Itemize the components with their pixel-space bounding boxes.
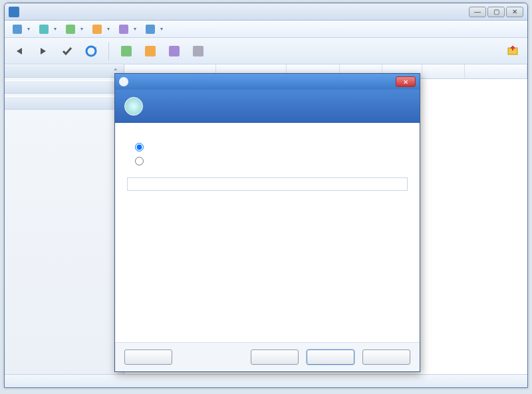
- disk-icon: [193, 46, 203, 56]
- minimize-button[interactable]: —: [469, 7, 486, 17]
- resize-icon: [121, 46, 132, 56]
- chevron-down-icon: ▾: [134, 26, 136, 32]
- recovery-wizard-dialog: ✕: [114, 73, 420, 372]
- menu-partitions[interactable]: ▾: [62, 23, 87, 35]
- edit-icon: [169, 46, 180, 56]
- chevron-down-icon: ▾: [27, 26, 30, 32]
- operations-header: ⌃: [5, 64, 124, 78]
- dialog-banner: [115, 90, 420, 123]
- undo-button[interactable]: [10, 42, 29, 60]
- radio-automatic-input[interactable]: [135, 143, 144, 151]
- menu-view[interactable]: ▾: [35, 23, 61, 35]
- tool-copy[interactable]: [141, 42, 160, 60]
- recovery-icon: [124, 97, 143, 116]
- partitions-icon: [66, 25, 75, 34]
- menu-wizard[interactable]: ▾: [115, 23, 140, 35]
- chevron-down-icon: ▾: [160, 26, 163, 32]
- bootable-button[interactable]: [503, 42, 522, 60]
- next-button[interactable]: [307, 349, 354, 365]
- sidebar: ⌃ ⌃ ⌃: [5, 64, 124, 374]
- chevron-down-icon: ▾: [80, 26, 83, 32]
- titlebar: — ▢ ✕: [5, 3, 527, 21]
- menu-help[interactable]: ▾: [142, 23, 167, 35]
- statusbar: [5, 374, 527, 387]
- tool-edit[interactable]: [165, 42, 184, 60]
- help-icon: [146, 25, 155, 34]
- view-icon: [39, 25, 49, 34]
- maximize-button[interactable]: ▢: [487, 7, 505, 17]
- tool-icon: [92, 25, 102, 34]
- quit-button[interactable]: [362, 349, 410, 365]
- tool-resize[interactable]: [117, 42, 136, 60]
- radio-manual-input[interactable]: [135, 157, 144, 165]
- radio-automatic[interactable]: [135, 143, 408, 151]
- dialog-titlebar: ✕: [115, 74, 420, 90]
- menubar: ▾ ▾ ▾ ▾ ▾ ▾: [5, 21, 527, 38]
- wizard-icon: [119, 25, 128, 34]
- radio-manual[interactable]: [135, 157, 408, 165]
- toolbar: [5, 38, 527, 64]
- menu-general[interactable]: ▾: [9, 23, 34, 35]
- menu-tool[interactable]: ▾: [88, 23, 114, 35]
- copy-icon: [145, 46, 156, 56]
- dialog-body: [115, 123, 420, 342]
- dialog-close-button[interactable]: ✕: [396, 76, 416, 87]
- tool-disk[interactable]: [189, 42, 207, 60]
- apply-button[interactable]: [58, 42, 76, 60]
- close-button[interactable]: ✕: [506, 7, 523, 17]
- pending-header: ⌃: [5, 96, 124, 110]
- col-status[interactable]: [422, 64, 465, 78]
- col-type[interactable]: [465, 64, 527, 78]
- back-button[interactable]: [251, 349, 299, 365]
- help-button[interactable]: [124, 349, 172, 365]
- general-icon: [13, 25, 22, 34]
- wizard-icon: [119, 77, 128, 86]
- refresh-button[interactable]: [82, 42, 100, 60]
- dialog-buttons: [115, 342, 420, 371]
- chevron-down-icon: ▾: [54, 26, 57, 32]
- chevron-down-icon: ▾: [107, 26, 110, 32]
- redo-button[interactable]: [34, 42, 53, 60]
- separator: [108, 42, 109, 60]
- app-icon: [9, 7, 19, 17]
- tools-header: ⌃: [5, 80, 124, 94]
- svg-point-0: [86, 47, 96, 56]
- description-group: [127, 177, 408, 191]
